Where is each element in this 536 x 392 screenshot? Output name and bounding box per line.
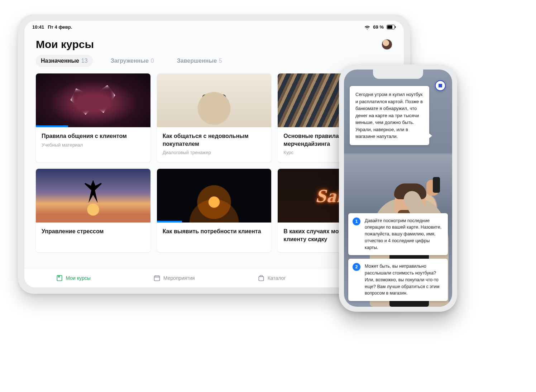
course-card-body: Правила общения с клиентомУчебный матери… [36,127,150,155]
course-title: Управление стрессом [42,228,145,235]
nav-item-catalog[interactable]: Каталог [258,274,286,282]
course-card[interactable]: Как выявить потребности клиента [157,169,272,252]
status-time: 10:41 [32,24,44,30]
progress-bar [36,125,68,127]
battery-pct: 69 % [373,24,384,30]
nav-label: Мои курсы [66,275,91,281]
phone-device: Сегодня утром я купил ноутбук и расплати… [339,64,457,312]
nav-item-calendar[interactable]: Мероприятия [153,274,195,282]
svg-rect-1 [387,25,392,29]
tab-count: 13 [81,58,88,64]
phone-notch [373,70,423,79]
status-bar: 10:41 Пт 4 февр. 69 % [24,21,404,31]
courses-icon [56,274,63,282]
wifi-icon [364,25,370,29]
tab-2[interactable]: Завершенные5 [172,55,227,67]
course-title: Как выявить потребности клиента [163,228,266,235]
option-number-badge: 2 [353,263,360,271]
stop-icon [439,84,442,87]
tab-label: Завершенные [177,58,217,64]
svg-rect-5 [259,276,263,281]
answer-option-2[interactable]: 2Может быть, вы неправильно расслышали с… [348,259,448,301]
avatar[interactable] [382,39,392,50]
page-title: Мои курсы [36,38,94,51]
phone-screen: Сегодня утром я купил ноутбук и расплати… [344,70,452,307]
tab-label: Загруженные [111,58,149,64]
course-card-body: Как выявить потребности клиента [157,223,272,245]
option-number-badge: 1 [353,217,360,225]
option-text: Давайте посмотрим последние операции по … [365,218,441,250]
course-card-body: Как общаться с недовольным покупателемДи… [157,127,272,162]
tab-0[interactable]: Назначенные13 [36,55,93,67]
stop-button[interactable] [435,80,446,91]
course-title: Как общаться с недовольным покупателем [163,132,266,148]
nav-item-courses[interactable]: Мои курсы [56,274,91,282]
answer-options: 1Давайте посмотрим последние операции по… [348,213,448,301]
customer-speech-bubble: Сегодня утром я купил ноутбук и расплати… [350,86,429,145]
status-date: Пт 4 февр. [48,24,72,30]
catalog-icon [258,274,265,282]
tab-label: Назначенные [41,58,79,64]
course-card[interactable]: Управление стрессом [36,169,150,252]
nav-label: Каталог [268,275,286,281]
course-thumbnail [157,169,272,223]
course-type: Диалоговый тренажер [163,150,266,155]
course-card[interactable]: Как общаться с недовольным покупателемДи… [157,73,272,162]
svg-rect-2 [395,26,396,28]
course-card-body: Управление стрессом [36,223,150,245]
course-card[interactable]: Правила общения с клиентомУчебный матери… [36,73,150,162]
battery-icon [387,25,396,29]
option-text: Может быть, вы неправильно расслышали ст… [365,264,440,296]
answer-option-1[interactable]: 1Давайте посмотрим последние операции по… [348,213,448,255]
tab-count: 0 [151,58,154,64]
course-type: Учебный материал [42,142,145,148]
nav-label: Мероприятия [163,275,195,281]
course-thumbnail [36,73,150,127]
course-thumbnail [36,169,150,223]
course-title: Правила общения с клиентом [42,132,145,140]
progress-bar [157,221,182,223]
svg-rect-4 [154,276,159,281]
course-thumbnail [157,73,272,127]
calendar-icon [153,274,161,282]
tab-1[interactable]: Загруженные0 [106,55,159,67]
tab-count: 5 [219,58,222,64]
